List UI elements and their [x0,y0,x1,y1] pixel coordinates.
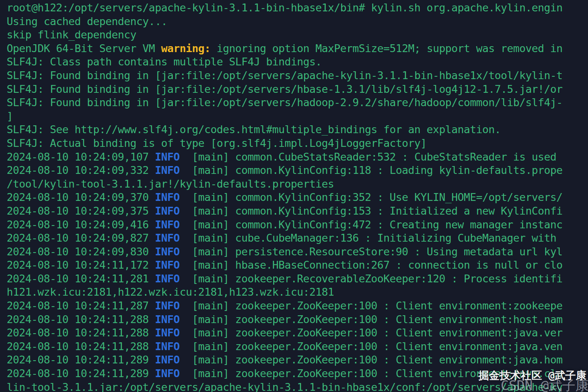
log-text-segment: INFO [155,313,180,325]
log-line: 2024-08-10 10:24:09,332 INFO [main] comm… [7,164,588,177]
log-text-segment: 2024-08-10 10:24:11,288 [7,340,155,352]
log-text-segment: INFO [155,367,180,379]
log-text-segment: SLF4J: Class path contains multiple SLF4… [7,56,322,68]
log-text-segment: 2024-08-10 10:24:09,370 [7,191,155,203]
log-text-segment: 2024-08-10 10:24:09,375 [7,205,155,217]
log-text-segment: Using cached dependency... [7,15,167,27]
log-line: SLF4J: Actual binding is of type [org.sl… [7,137,588,150]
log-line: 2024-08-10 10:24:09,827 INFO [main] cube… [7,231,588,245]
log-line: root@h122:/opt/servers/apache-kylin-3.1.… [7,1,588,15]
log-text-segment: [main] hbase.HBaseConnection:267 : conne… [180,259,563,271]
log-text-segment: 2024-08-10 10:24:09,830 [7,246,155,258]
log-line: SLF4J: Found binding in [jar:file:/opt/s… [7,96,588,110]
log-line: skip flink_dependency [7,28,588,42]
log-text-segment: 2024-08-10 10:24:09,827 [7,232,155,244]
log-text-segment: 2024-08-10 10:24:11,288 [7,327,155,339]
log-text-segment: INFO [155,191,180,203]
log-text-segment: INFO [155,327,180,339]
log-text-segment: warning: [161,42,211,54]
log-line: 2024-08-10 10:24:09,375 INFO [main] comm… [7,204,588,218]
log-text-segment: INFO [155,273,180,285]
log-text-segment: 2024-08-10 10:24:11,287 [7,300,155,312]
log-text-segment: INFO [155,205,180,217]
log-text-segment: ] [7,110,13,122]
watermark-juejin: 掘金技术社区 @武子康 [478,369,586,383]
log-text-segment: [main] common.KylinConfig:472 : Creating… [180,219,563,231]
log-text-segment: INFO [155,354,180,366]
log-text-segment: 2024-08-10 10:24:11,289 [7,367,155,379]
log-text-segment: [main] zookeeper.ZooKeeper:100 : Client … [180,300,563,312]
log-text-segment: [main] zookeeper.ZooKeeper:100 : Client … [180,340,563,352]
log-line: 2024-08-10 10:24:11,288 INFO [main] zook… [7,326,588,340]
log-line: 2024-08-10 10:24:09,830 INFO [main] pers… [7,245,588,259]
log-text-segment: [main] cube.CubeManager:136 : Initializi… [180,232,556,244]
log-text-segment: [main] common.KylinConfig:118 : Loading … [180,164,563,176]
log-line: ] [7,110,588,123]
log-text-segment: SLF4J: Found binding in [jar:file:/opt/s… [7,83,563,95]
log-text-segment: [main] common.KylinConfig:352 : Use KYLI… [180,191,563,203]
log-text-segment: INFO [155,300,180,312]
log-text-segment: INFO [155,232,180,244]
log-line: OpenJDK 64-Bit Server VM warning: ignori… [7,42,588,56]
log-text-segment: [main] common.CubeStatsReader:532 : Cube… [180,151,556,163]
log-text-segment: 2024-08-10 10:24:09,332 [7,164,155,176]
log-text-segment: INFO [155,219,180,231]
log-line: SLF4J: Found binding in [jar:file:/opt/s… [7,83,588,96]
log-line: 2024-08-10 10:24:09,370 INFO [main] comm… [7,191,588,204]
terminal-log-output: root@h122:/opt/servers/apache-kylin-3.1.… [7,1,588,392]
log-line: SLF4J: Class path contains multiple SLF4… [7,55,588,69]
log-line: 2024-08-10 10:24:09,107 INFO [main] comm… [7,150,588,164]
log-text-segment: [main] common.KylinConfig:153 : Initiali… [180,205,563,217]
log-text-segment: 2024-08-10 10:24:11,281 [7,273,155,285]
log-text-segment: SLF4J: See http://www.slf4j.org/codes.ht… [7,123,501,135]
log-line: 2024-08-10 10:24:11,287 INFO [main] zook… [7,299,588,313]
log-text-segment: [main] zookeeper.ZooKeeper:100 : Client … [180,313,563,325]
log-text-segment: /tool/kylin-tool-3.1.1.jar!/kylin-defaul… [7,178,334,190]
log-line: SLF4J: Found binding in [jar:file:/opt/s… [7,69,588,83]
log-text-segment: OpenJDK 64-Bit Server VM [7,42,161,54]
log-line: 2024-08-10 10:24:11,172 INFO [main] hbas… [7,258,588,272]
log-line: h121.wzk.icu:2181,h122.wzk.icu:2181,h123… [7,285,588,299]
log-text-segment: [main] zookeeper.ZooKeeper:100 : Client … [180,354,563,366]
log-text-segment: ignoring option MaxPermSize=512M; suppor… [211,42,563,54]
log-line: 2024-08-10 10:24:09,416 INFO [main] comm… [7,218,588,232]
log-line: 2024-08-10 10:24:11,281 INFO [main] zook… [7,272,588,286]
log-text-segment: INFO [155,151,180,163]
log-line: 2024-08-10 10:24:11,288 INFO [main] zook… [7,340,588,354]
log-text-segment: INFO [155,259,180,271]
log-line: Using cached dependency... [7,15,588,29]
log-text-segment: SLF4J: Found binding in [jar:file:/opt/s… [7,96,563,108]
terminal-window[interactable]: root@h122:/opt/servers/apache-kylin-3.1.… [0,0,588,392]
log-text-segment: [main] zookeeper.RecoverableZooKeeper:12… [180,273,563,285]
log-line: /tool/kylin-tool-3.1.1.jar!/kylin-defaul… [7,177,588,191]
log-text-segment: 2024-08-10 10:24:11,289 [7,354,155,366]
log-text-segment: INFO [155,164,180,176]
log-text-segment: [main] zookeeper.ZooKeeper:100 : Client … [180,327,563,339]
log-text-segment: SLF4J: Found binding in [jar:file:/opt/s… [7,69,563,81]
log-text-segment: 2024-08-10 10:24:11,288 [7,313,155,325]
log-text-segment: root@h122:/opt/servers/apache-kylin-3.1.… [7,2,563,14]
log-text-segment: 2024-08-10 10:24:09,416 [7,219,155,231]
log-text-segment: skip flink_dependency [7,29,136,41]
log-line: SLF4J: See http://www.slf4j.org/codes.ht… [7,123,588,137]
log-text-segment: [main] persistence.ResourceStore:90 : Us… [180,246,563,258]
log-text-segment: INFO [155,340,180,352]
log-text-segment: 2024-08-10 10:24:11,172 [7,259,155,271]
log-text-segment: 2024-08-10 10:24:09,107 [7,151,155,163]
log-text-segment: SLF4J: Actual binding is of type [org.sl… [7,137,426,149]
log-line: 2024-08-10 10:24:11,289 INFO [main] zook… [7,353,588,367]
log-text-segment: h121.wzk.icu:2181,h122.wzk.icu:2181,h123… [7,286,334,298]
log-line: 2024-08-10 10:24:11,288 INFO [main] zook… [7,313,588,327]
log-text-segment: INFO [155,246,180,258]
